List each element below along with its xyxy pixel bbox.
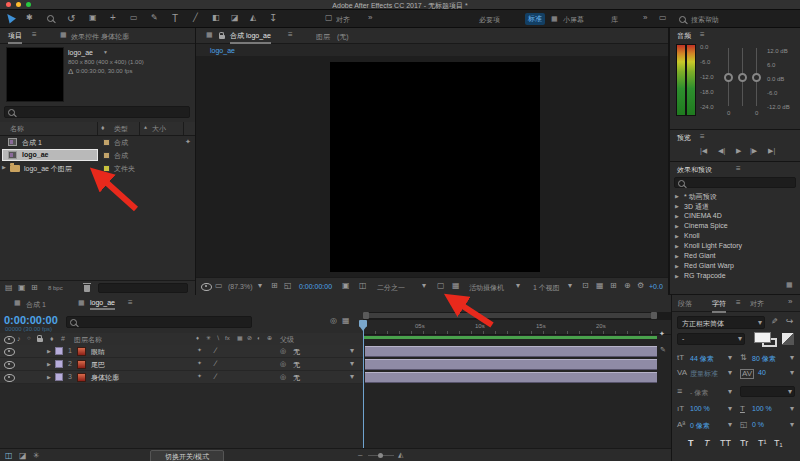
leading-dropdown-icon[interactable]: ▾: [790, 354, 794, 362]
comp-canvas[interactable]: [330, 62, 540, 272]
last-frame-icon[interactable]: ▶|: [768, 147, 775, 154]
expand-icon[interactable]: ▶: [675, 264, 679, 269]
parent-value[interactable]: 无: [293, 360, 300, 370]
play-icon[interactable]: ▶: [736, 147, 741, 154]
column-name[interactable]: 名称: [10, 124, 24, 134]
effects-category[interactable]: * 动画预设: [684, 192, 717, 202]
expand-icon[interactable]: ▶: [675, 244, 679, 249]
new-folder-icon[interactable]: ▣: [18, 284, 26, 292]
audio-column-icon[interactable]: ♪: [17, 335, 21, 342]
label-column-icon[interactable]: ♦: [50, 335, 54, 342]
collapse-switch-icon[interactable]: ✦: [197, 347, 202, 353]
previous-frame-icon[interactable]: ◀|: [718, 147, 725, 154]
effects-category[interactable]: Red Giant Warp: [684, 262, 734, 269]
column-size[interactable]: 大小: [152, 124, 166, 134]
font-size-dropdown-icon[interactable]: ▾: [728, 354, 732, 362]
comp-current-time[interactable]: 0:00:00:00: [299, 283, 332, 290]
grid-guides-icon[interactable]: ⊞: [271, 282, 278, 290]
workspace-standard-grid-icon[interactable]: ▦: [551, 15, 558, 22]
parent-dropdown-icon[interactable]: ▾: [350, 360, 354, 368]
expand-icon[interactable]: ▶: [675, 214, 679, 219]
timeline-button-icon[interactable]: ⊞: [610, 282, 617, 290]
preview-panel-title[interactable]: 预览: [677, 133, 691, 143]
character-panel-menu-icon[interactable]: ≡: [736, 299, 741, 307]
exposure-value[interactable]: +0.0: [649, 283, 663, 290]
tab-paragraph[interactable]: 段落: [678, 299, 692, 309]
interpret-footage-icon[interactable]: ▤: [5, 284, 13, 292]
index-column-label[interactable]: #: [61, 335, 65, 342]
project-search-field[interactable]: [4, 106, 190, 118]
parent-value[interactable]: 无: [293, 373, 300, 383]
superscript-toggle[interactable]: T¹: [758, 438, 767, 448]
delete-item-icon[interactable]: [84, 285, 90, 292]
mask-visibility-icon[interactable]: ◱: [284, 282, 292, 290]
layer-visibility-icon[interactable]: [4, 348, 15, 356]
effects-category[interactable]: Knoll: [684, 232, 700, 239]
sync-settings-icon[interactable]: ▭: [659, 14, 667, 22]
baseline-shift-dropdown-icon[interactable]: ▾: [728, 421, 732, 429]
region-of-interest-icon[interactable]: ▢: [437, 282, 445, 290]
panel-corner-icon[interactable]: ▦: [786, 281, 793, 288]
view-dropdown-icon[interactable]: ▾: [516, 282, 520, 290]
switch-3d-icon[interactable]: ⊕: [267, 335, 272, 341]
timeline-zoom-knob[interactable]: [378, 453, 383, 458]
effects-category[interactable]: Cinema Spice: [684, 222, 728, 229]
zoom-out-timeline-icon[interactable]: –: [358, 451, 362, 459]
rotate-tool-icon[interactable]: ↺: [67, 14, 75, 24]
layer-name[interactable]: 身体轮廓: [91, 373, 119, 383]
layer-expand-icon[interactable]: ▶: [47, 349, 51, 354]
item-name[interactable]: logo_ae: [22, 151, 48, 158]
resolution-dropdown-icon[interactable]: ▾: [422, 282, 426, 290]
toolbar-expander-icon[interactable]: »: [368, 14, 372, 22]
horizontal-scale-dropdown-icon[interactable]: ▾: [790, 405, 794, 413]
leading-value[interactable]: 80 像素: [752, 354, 776, 364]
preview-panel-menu-icon[interactable]: ≡: [700, 133, 705, 141]
switch-shy-icon[interactable]: ✳: [206, 335, 211, 341]
effects-category[interactable]: RG Trapcode: [684, 272, 726, 279]
small-caps-toggle[interactable]: Tr: [740, 438, 748, 448]
expand-folder-icon[interactable]: ▶: [2, 165, 6, 170]
baseline-shift-value[interactable]: 0 像素: [690, 421, 710, 431]
timeline-search-field[interactable]: [66, 316, 252, 328]
tab-composition[interactable]: 合成 logo_ae: [230, 31, 271, 44]
pixel-aspect-icon[interactable]: ⊡: [582, 282, 589, 290]
collapse-switch-icon[interactable]: ✦: [197, 360, 202, 366]
parent-value[interactable]: 无: [293, 347, 300, 357]
layer-row-2[interactable]: ▶ 2 尾巴 ✦ ∕ ◎ 无 ▾: [0, 358, 363, 371]
effects-panel-menu-icon[interactable]: ≡: [736, 165, 741, 173]
item-name[interactable]: 合成 1: [22, 138, 42, 148]
hand-tool-icon[interactable]: ✱: [26, 14, 33, 22]
audio-panel-title[interactable]: 音频: [677, 31, 691, 41]
motion-blur-toggle-icon[interactable]: ◪: [19, 452, 27, 460]
project-row-layers-folder[interactable]: ▶ logo_ae 个图层 文件夹: [0, 162, 195, 175]
toggle-switches-modes-button[interactable]: 切换开关/模式: [150, 450, 224, 461]
layer-label-chip[interactable]: [55, 360, 63, 368]
current-timecode[interactable]: 0:00:00:00: [4, 314, 58, 326]
playhead-line[interactable]: [363, 320, 364, 448]
draft-3d-icon[interactable]: ▦: [342, 317, 350, 325]
audio-panel-menu-icon[interactable]: ≡: [700, 31, 705, 39]
all-caps-toggle[interactable]: TT: [720, 438, 731, 448]
tab-layer[interactable]: 图层: [316, 32, 330, 42]
solo-column-icon[interactable]: ○: [27, 335, 31, 341]
frame-blend-toggle-icon[interactable]: ◫: [5, 452, 13, 460]
expand-icon[interactable]: ▶: [675, 234, 679, 239]
tab-align[interactable]: 对齐: [750, 299, 764, 309]
switch-motion-blur-icon[interactable]: ⊘: [247, 335, 252, 341]
vertical-scale-value[interactable]: 100 %: [690, 405, 710, 412]
parent-pickwhip-icon[interactable]: ◎: [280, 360, 286, 367]
quality-switch-icon[interactable]: ∕: [215, 347, 216, 355]
expand-icon[interactable]: ▶: [675, 274, 679, 279]
item-name-dropdown-icon[interactable]: ▼: [103, 50, 108, 55]
project-row-comp1[interactable]: 合成 1 合成 ✦: [0, 136, 195, 149]
show-snapshot-icon[interactable]: ◫: [359, 282, 367, 290]
eraser-tool-icon[interactable]: ◪: [231, 14, 239, 22]
video-column-icon[interactable]: [4, 336, 15, 344]
master-level-knob[interactable]: [738, 73, 747, 82]
faux-italic-toggle[interactable]: T: [704, 438, 710, 448]
workspace-overflow-icon[interactable]: »: [643, 14, 647, 22]
project-panel-menu-icon[interactable]: ≡: [32, 31, 37, 39]
puppet-pin-tool-icon[interactable]: ↧: [269, 13, 277, 23]
help-search-label[interactable]: 搜索帮助: [691, 15, 719, 25]
color-depth-label[interactable]: 8 bpc: [48, 285, 63, 291]
